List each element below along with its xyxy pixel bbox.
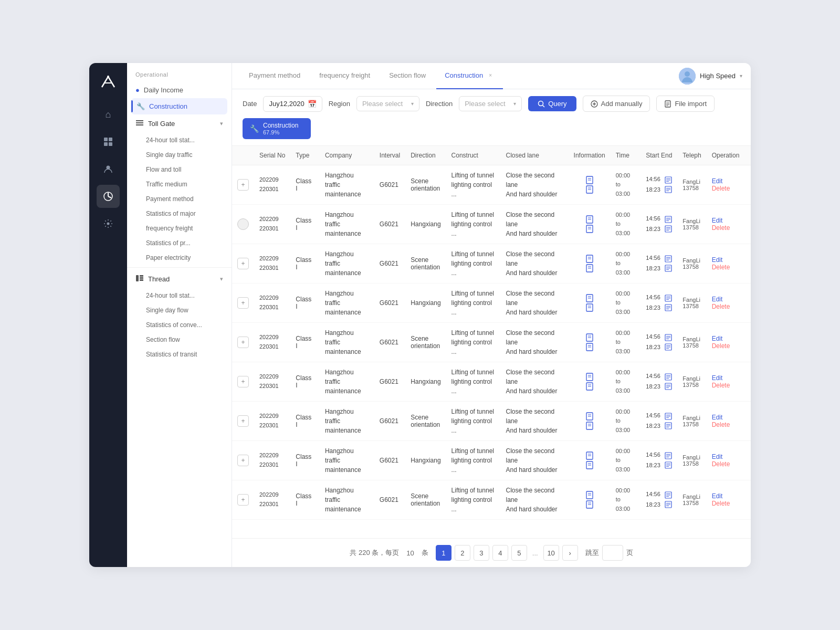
page-next-btn[interactable]: › xyxy=(562,545,578,561)
cell-serial: 202209220301 xyxy=(254,402,290,441)
sidebar-sub-single-day-flow[interactable]: Single day flow xyxy=(127,303,232,318)
tab-section-flow[interactable]: Section flow xyxy=(381,63,434,89)
cell-time: 00:00 to03:00 xyxy=(611,362,641,402)
table-row: + 202209220301 Class I Hangzhou trafficm… xyxy=(232,441,751,480)
delete-btn[interactable]: Delete xyxy=(712,264,730,271)
cell-direction: Sceneorientation xyxy=(405,165,446,205)
edit-btn[interactable]: Edit xyxy=(712,256,723,264)
construction-progress-button[interactable]: 🔧 Construction 67.9% xyxy=(243,118,311,139)
direction-select[interactable]: Please select ▾ xyxy=(459,96,522,111)
nav-settings-icon[interactable] xyxy=(97,212,120,235)
tab-frequency-freight[interactable]: frequency freight xyxy=(311,63,379,89)
page-btn-5[interactable]: 5 xyxy=(511,545,527,561)
delete-btn[interactable]: Delete xyxy=(712,500,730,507)
table-row: + 202209220301 Class I Hangzhou trafficm… xyxy=(232,480,751,520)
sidebar-sub-flow-toll[interactable]: Flow and toll xyxy=(127,162,232,177)
goto-label: 跳至 xyxy=(585,548,599,558)
sidebar-sub-24hr-toll-stat2[interactable]: 24-hour toll stat... xyxy=(127,288,232,303)
file-import-button[interactable]: File import xyxy=(656,96,715,112)
delete-btn[interactable]: Delete xyxy=(712,421,730,428)
edit-btn[interactable]: Edit xyxy=(712,492,723,500)
page-btn-3[interactable]: 3 xyxy=(474,545,489,561)
info-doc-icon xyxy=(585,491,594,499)
edit-btn[interactable]: Edit xyxy=(712,453,723,460)
page-btn-1[interactable]: 1 xyxy=(436,545,452,561)
row-expand-btn[interactable] xyxy=(237,218,249,230)
region-select[interactable]: Please select ▾ xyxy=(356,96,419,111)
nav-home-icon[interactable]: ⌂ xyxy=(97,103,120,126)
row-expand-btn[interactable]: + xyxy=(237,258,249,269)
delete-btn[interactable]: Delete xyxy=(712,303,730,310)
row-expand-btn[interactable]: + xyxy=(237,455,249,466)
cell-information[interactable] xyxy=(569,323,611,362)
sidebar-sub-frequency-freight[interactable]: frequency freight xyxy=(127,221,232,236)
col-header-closed: Closed lane xyxy=(500,146,568,165)
nav-user-icon[interactable] xyxy=(97,158,120,181)
edit-btn[interactable]: Edit xyxy=(712,217,723,224)
cell-serial: 202209220301 xyxy=(254,323,290,362)
light-sidebar: Operational ● Daily Income 🔧 Constructio… xyxy=(127,63,232,567)
sidebar-sub-24hr-toll[interactable]: 24-hour toll stat... xyxy=(127,133,232,148)
sidebar-sub-paper-electricity[interactable]: Paper electricity xyxy=(127,250,232,265)
edit-btn[interactable]: Edit xyxy=(712,374,723,382)
delete-btn[interactable]: Delete xyxy=(712,460,730,468)
page-btn-2[interactable]: 2 xyxy=(455,545,470,561)
sidebar-item-thread[interactable]: Thread ▾ xyxy=(127,270,232,288)
sidebar-item-construction[interactable]: 🔧 Construction xyxy=(131,98,227,114)
edit-btn[interactable]: Edit xyxy=(712,296,723,303)
edit-small-icon xyxy=(665,334,672,341)
goto-input[interactable] xyxy=(602,545,623,561)
query-button[interactable]: Query xyxy=(528,96,576,111)
date-input[interactable]: Juy12,2020 📅 xyxy=(263,96,322,112)
delete-btn[interactable]: Delete xyxy=(712,382,730,389)
sidebar-sub-traffic-medium[interactable]: Traffic medium xyxy=(127,177,232,192)
cell-information[interactable] xyxy=(569,244,611,284)
cell-information[interactable] xyxy=(569,205,611,244)
sidebar-sub-single-day[interactable]: Single day traffic xyxy=(127,148,232,162)
delete-btn[interactable]: Delete xyxy=(712,342,730,350)
nav-chart-icon[interactable] xyxy=(97,185,120,208)
sidebar-sub-section-flow[interactable]: Section flow xyxy=(127,332,232,347)
edit-small-icon xyxy=(665,216,672,223)
sidebar-sub-payment-method[interactable]: Payment method xyxy=(127,192,232,206)
edit-btn[interactable]: Edit xyxy=(712,414,723,421)
add-manually-button[interactable]: Add manually xyxy=(583,96,650,112)
cell-startend: 14:5618:23 xyxy=(640,362,677,402)
tab-construction-close[interactable]: × xyxy=(486,71,495,80)
cell-expand: + xyxy=(232,284,254,323)
nav-grid-icon[interactable] xyxy=(97,130,120,153)
sidebar-sub-statistics-major[interactable]: Statistics of major xyxy=(127,206,232,221)
cell-information[interactable] xyxy=(569,362,611,402)
cell-direction: Hangxiang xyxy=(405,284,446,323)
table-row: + 202209220301 Class I Hangzhou trafficm… xyxy=(232,165,751,205)
tab-payment-method[interactable]: Payment method xyxy=(240,63,309,89)
page-btn-last[interactable]: 10 xyxy=(543,545,559,561)
tab-construction[interactable]: Construction × xyxy=(436,63,503,89)
row-expand-btn[interactable]: + xyxy=(237,297,249,309)
sidebar-item-toll-gate[interactable]: Toll Gate ▾ xyxy=(127,114,232,133)
cell-teleph: FangLi 13758 xyxy=(677,441,706,480)
cell-information[interactable] xyxy=(569,284,611,323)
row-expand-btn[interactable]: + xyxy=(237,376,249,387)
sidebar-sub-statistics-transit[interactable]: Statistics of transit xyxy=(127,347,232,362)
row-expand-btn[interactable]: + xyxy=(237,415,249,427)
page-btn-4[interactable]: 4 xyxy=(492,545,508,561)
delete-btn[interactable]: Delete xyxy=(712,224,730,232)
cell-information[interactable] xyxy=(569,402,611,441)
edit-btn[interactable]: Edit xyxy=(712,335,723,342)
direction-chevron-icon: ▾ xyxy=(513,101,516,107)
row-expand-btn[interactable]: + xyxy=(237,179,249,191)
edit-btn[interactable]: Edit xyxy=(712,177,723,185)
thread-icon xyxy=(135,274,144,284)
cell-information[interactable] xyxy=(569,165,611,205)
sidebar-sub-statistics-pr[interactable]: Statistics of pr... xyxy=(127,236,232,250)
cell-information[interactable] xyxy=(569,441,611,480)
row-expand-btn[interactable]: + xyxy=(237,337,249,348)
delete-btn[interactable]: Delete xyxy=(712,185,730,192)
sidebar-item-daily-income[interactable]: ● Daily Income xyxy=(127,82,232,98)
sidebar-sub-statistics-conve[interactable]: Statistics of conve... xyxy=(127,318,232,332)
cell-information[interactable] xyxy=(569,480,611,520)
user-area[interactable]: High Speed ▾ xyxy=(679,68,742,85)
info-doc2-icon xyxy=(585,422,594,430)
row-expand-btn[interactable]: + xyxy=(237,494,249,506)
